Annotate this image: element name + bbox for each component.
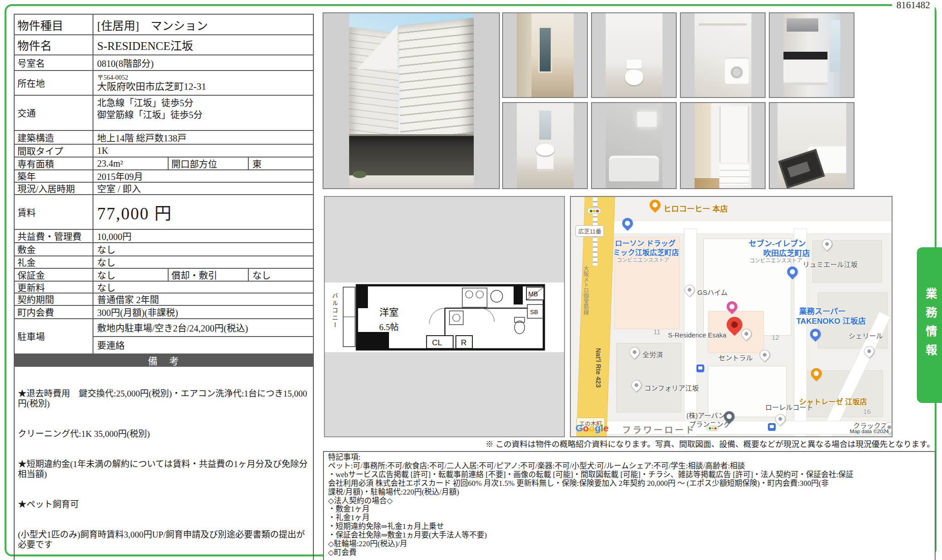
access-line-2: 御堂筋線「江坂」徒歩5分 [97,109,203,121]
map-label-block-11: 11 [653,328,661,336]
bathtub [609,156,659,181]
washbasin-mirror [538,110,552,141]
range-hood [787,18,818,32]
opening-direction-label: 開口部方位 [169,158,249,169]
row-address: 所在地 〒564-0052 大阪府吹田市広芝町12-31 [14,71,314,96]
remarks-text: ★退去時費用 鍵交換代:25,000円(税別)・エアコン洗浄代:1台につき15,… [14,367,314,560]
traffic-light-icon-2 [706,426,718,431]
laundry-shelf [699,23,746,26]
map-label-sherille: シェリール [849,331,883,340]
photo-washbasin [502,102,588,189]
amortization-value: なし [249,269,313,281]
special-notes-line: ・短期違約免除⇒礼金1ヵ月上乗せ [328,522,931,531]
closet-drawers [719,164,749,185]
special-notes-line: ◇駐輪場:220円(税込)/月 [328,540,931,549]
photo-hallway [502,12,588,98]
disclaimer-text: ※ この資料は物件の概略紹介資料になります。写真、間取図面、設備、概要などが現況… [486,438,935,449]
common-fee-value: 10,000円 [93,230,313,242]
property-name-value: S-RESIDENCE江坂 [93,35,313,54]
map-copyright: Map data ©2024 [850,429,889,434]
remarks-section-header: 備 考 [14,354,314,367]
kitchen-cabinet [783,60,828,86]
business-info-side-tab: 業務情報 [917,247,942,403]
row-property-type: 物件種目 [住居用] マンション [14,15,314,35]
map-label-comforia: コンフォリア江坂 [644,383,699,392]
rent-label: 賃料 [15,195,93,229]
deposit-value: なし [93,243,313,256]
structure-label: 建築構造 [15,131,93,144]
built-year-value: 2015年09月 [93,170,313,182]
map-label-laurel-court: ローレルコート [765,402,813,412]
floorplan-balcony-label: バルコニー [330,293,339,329]
row-structure: 建築構造 地上14階 総戸数138戸 [14,131,314,145]
floorplan-r-label: R [461,338,466,347]
transit-station-icon [696,364,704,372]
special-notes-line: 会社利用必須 株式会社エポスカード 初回60% 月次1.5% 更新料無し・保険:… [328,479,931,488]
floorplan-mb-label: MB [528,290,538,298]
guarantee-label: 保証金 [15,269,93,281]
laundry-scene [695,13,751,97]
traffic-light-icon [587,208,601,214]
floorplan-room-size: 6.5帖 [379,322,399,332]
key-money-value: なし [93,256,313,268]
map-label-seven-sub: コンビニエンスストア [750,256,802,264]
row-key-money: 礼金 なし [14,256,314,269]
remarks-line: ★退去時費用 鍵交換代:25,000円(税別)・エアコン洗浄代:1台につき15,… [18,389,310,409]
photo-laundry [680,12,766,98]
row-renewal-fee: 更新料 なし [14,282,314,294]
contract-period-value: 普通借家 2年間 [93,294,313,305]
parking-value-2: 要連絡 [93,337,313,354]
photo-closet [680,102,766,189]
row-common-fee: 共益費・管理費 10,000円 [14,230,314,243]
floorplan-drawing: バルコニー [325,283,564,352]
property-sheet-page: 8161482 物件種目 [住居用] マンション 物件名 S-RESIDENCE… [0,0,942,560]
built-year-label: 築年 [15,170,93,182]
map-label-s-residence: S-Residence Esaka [668,332,726,339]
special-notes-box: 特記事項: ペット:可/事務所:不可/飲食店:不可/二人入居:不可/ピアノ:不可… [323,451,936,560]
contract-period-label: 契約期間 [15,294,93,305]
document-number: 8161482 [892,0,935,11]
layout-type-label: 間取タイプ [15,145,93,157]
row-property-name: 物件名 S-RESIDENCE江坂 [14,35,314,55]
row-built-year: 築年 2015年09月 [14,170,314,183]
parking-label: 駐車場 [15,319,93,353]
map-label-lawson-sub: コンビニエンスストア [617,256,669,263]
rent-value: 77,000 円 [93,195,313,229]
map-road-top [608,221,893,234]
row-status: 現況/入居時期 空室 / 即入 [14,183,314,195]
special-notes-line: ペット:可/事務所:不可/飲食店:不可/二人入居:不可/ピアノ:不可/楽器:不可… [328,462,931,471]
special-notes-line: ・敷金1ヶ月 [328,505,931,514]
photo-building-exterior [323,12,500,189]
row-area: 専有面積 23.4m² 開口部方位 東 [14,158,314,170]
parking-value-1: 敷地内駐車場/空き2台/24,200円(税込) [93,319,313,337]
renewal-fee-value: なし [93,282,313,293]
property-name-label: 物件名 [15,35,93,54]
status-label: 現況/入居時期 [15,183,93,194]
room-number-label: 号室名 [15,55,93,70]
photo-ground [349,175,474,188]
area-value: 23.4m² [93,158,169,169]
kitchen-counter [783,52,828,59]
postal-code: 〒564-0052 [97,74,128,81]
renewal-fee-label: 更新料 [15,282,93,293]
town-fee-label: 町内会費 [15,306,93,318]
row-room-number: 号室名 0810(8階部分) [14,55,314,71]
amortization-label: 償却・敷引 [169,269,249,281]
toilet-bowl [625,70,643,85]
map-label-flower-road: フラワーロード [622,423,696,435]
toilet-tank [626,60,642,69]
bathroom-light [637,112,657,127]
room-number-value: 0810(8階部分) [93,55,313,70]
photo-toilet [591,12,677,98]
google-logo: Google [575,423,608,434]
washer-door [731,66,743,78]
key-money-label: 礼金 [15,256,93,268]
map-sign-hiroshiba: 広芝11番 [575,225,604,237]
structure-value: 地上14階 総戸数138戸 [93,131,313,144]
row-contract-period: 契約期間 普通借家 2年間 [14,294,314,306]
photo-bathroom [591,102,677,189]
map-label-zenrosai: 全労済 [642,349,663,359]
town-fee-value: 300円(月額)(非課税) [93,306,313,318]
layout-type-value: 1K [93,145,313,157]
address-value: 大阪府吹田市広芝町12-31 [97,81,206,92]
